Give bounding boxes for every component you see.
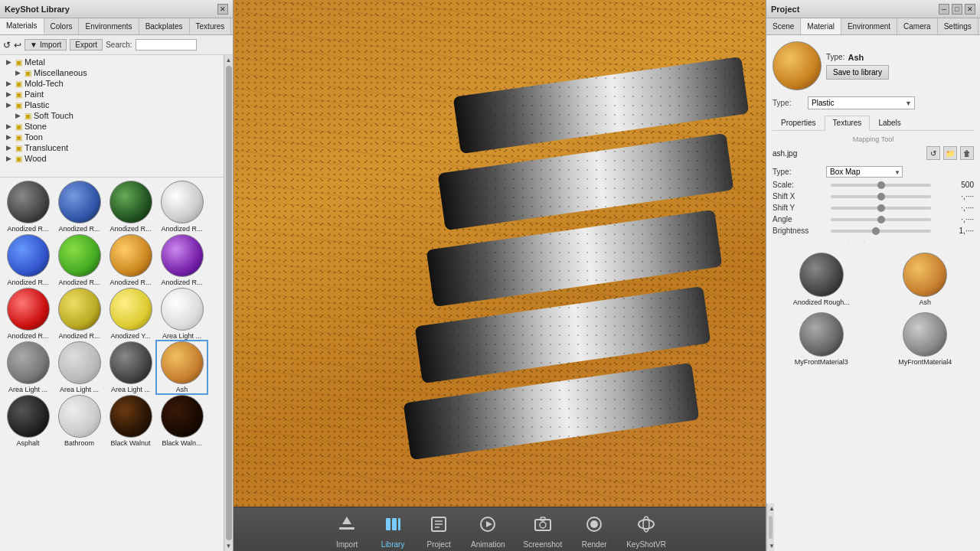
list-item[interactable]: Anodized R... [54, 234, 104, 286]
sub-tab-textures[interactable]: Textures [825, 116, 871, 131]
project-maximize-button[interactable]: □ [952, 4, 962, 15]
list-item[interactable]: Area Light ... [3, 341, 53, 393]
tree-item-paint[interactable]: ▶ ▣ Paint [0, 89, 224, 99]
project-scrollbar[interactable]: ▲ ▼ [766, 504, 774, 551]
list-item[interactable]: Anodized R... [3, 288, 53, 340]
tree-item-translucent[interactable]: ▶ ▣ Translucent [0, 142, 224, 153]
list-item[interactable]: Area Light ... [54, 341, 104, 393]
list-item[interactable]: Bathroom [54, 395, 104, 447]
material-row-5: Asphalt Bathroom Black Walnut [3, 395, 220, 447]
proj-mat-item[interactable]: MyFrontMaterial4 [877, 312, 975, 366]
texture-folder-button[interactable]: 📁 [943, 146, 957, 160]
brightness-slider[interactable] [831, 230, 931, 233]
save-to-library-button[interactable]: Save to library [826, 65, 889, 80]
shift-y-slider[interactable] [831, 207, 931, 210]
screenshot-toolbar-button[interactable]: Screenshot [524, 510, 563, 549]
expand-icon: ▶ [6, 80, 15, 87]
shift-y-slider-thumb[interactable] [877, 204, 885, 212]
tab-environment[interactable]: Environment [841, 18, 897, 34]
import-toolbar-button[interactable]: Import [333, 510, 361, 549]
render-toolbar-button[interactable]: Render [580, 510, 608, 549]
scroll-up-arrow[interactable]: ▲ [226, 57, 232, 64]
project-scroll-thumb[interactable] [769, 516, 773, 539]
import-button[interactable]: ▼ Import [24, 39, 67, 51]
list-item[interactable]: Anodized R... [106, 234, 155, 286]
scale-slider-thumb[interactable] [877, 181, 885, 189]
list-item[interactable]: Anodized R... [3, 181, 53, 233]
list-item[interactable]: Anodized R... [157, 234, 207, 286]
brightness-slider-thumb[interactable] [872, 227, 880, 235]
texture-refresh-button[interactable]: ↺ [926, 146, 940, 160]
project-close-button[interactable]: ✕ [965, 4, 975, 15]
tree-item-metal[interactable]: ▶ ▣ Metal [0, 57, 224, 67]
tree-item-misc[interactable]: ▶ ▣ Miscellaneous [0, 67, 224, 78]
list-item[interactable]: Anodized R... [157, 181, 207, 233]
tab-colors[interactable]: Colors [44, 18, 80, 34]
scroll-down-arrow[interactable]: ▼ [226, 543, 232, 549]
project-content: Type: Ash Save to library Type: Plastic … [766, 35, 980, 504]
scale-label: Scale: [773, 181, 826, 189]
list-item[interactable]: Anodized R... [3, 234, 53, 286]
folder-icon: ▣ [15, 101, 22, 109]
list-item[interactable]: Anodized R... [54, 288, 104, 340]
library-scrollbar[interactable]: ▲ ▼ [224, 55, 233, 551]
type-select[interactable]: Plastic [808, 96, 915, 109]
tab-settings[interactable]: Settings [938, 18, 978, 34]
tree-item-toon[interactable]: ▶ ▣ Toon [0, 132, 224, 142]
library-toolbar-button[interactable]: Library [379, 510, 407, 549]
tab-camera[interactable]: Camera [897, 18, 938, 34]
sub-tab-labels[interactable]: Labels [870, 116, 909, 130]
project-icon [425, 510, 452, 538]
project-minimize-button[interactable]: ─ [939, 4, 949, 15]
search-input[interactable] [136, 39, 197, 51]
texture-type-select[interactable]: Box Map [826, 166, 903, 178]
texture-type-row: Type: Box Map ▼ [773, 166, 974, 178]
tab-scene[interactable]: Scene [766, 18, 801, 34]
tree-item-wood[interactable]: ▶ ▣ Wood [0, 153, 224, 164]
tree-item-softtouch[interactable]: ▶ ▣ Soft Touch [0, 110, 224, 121]
proj-mat-item[interactable]: MyFrontMaterial3 [773, 312, 871, 366]
svg-rect-0 [339, 527, 354, 530]
list-item[interactable]: Area Light ... [157, 288, 207, 340]
tab-materials[interactable]: Materials [0, 18, 44, 34]
sub-tab-properties[interactable]: Properties [773, 116, 825, 130]
tree-item-plastic[interactable]: ▶ ▣ Plastic [0, 99, 224, 110]
animation-toolbar-button[interactable]: Animation [471, 510, 505, 549]
library-toolbar: ↺ ↩ ▼ Import Export Search: [0, 35, 233, 55]
shift-x-slider[interactable] [831, 195, 931, 198]
expand-icon: ▶ [6, 122, 15, 130]
project-scroll-up[interactable]: ▲ [767, 504, 774, 514]
list-item[interactable]: Ash [157, 341, 207, 393]
tab-textures[interactable]: Textures [190, 18, 232, 34]
scale-value: 500 [936, 181, 974, 189]
canvas-area: Import Library [234, 0, 766, 551]
project-scroll-down[interactable]: ▼ [767, 541, 774, 551]
shift-x-slider-thumb[interactable] [877, 193, 885, 201]
tab-material[interactable]: Material [801, 18, 841, 34]
export-button[interactable]: Export [70, 39, 103, 51]
tree-item-stone[interactable]: ▶ ▣ Stone [0, 121, 224, 132]
keyshotvr-toolbar-button[interactable]: KeyShotVR [626, 510, 666, 549]
tree-item-moldtech[interactable]: ▶ ▣ Mold-Tech [0, 78, 224, 89]
tab-environments[interactable]: Environments [79, 18, 139, 34]
angle-slider-thumb[interactable] [877, 216, 885, 223]
svg-marker-10 [486, 521, 492, 527]
library-titlebar: KeyShot Library ✕ [0, 0, 233, 18]
proj-mat-item[interactable]: Anodized Rough... [773, 253, 871, 306]
texture-filename: ash.jpg [773, 149, 923, 158]
scroll-thumb[interactable] [226, 66, 232, 540]
list-item[interactable]: Anodized R... [106, 181, 155, 233]
tab-backplates[interactable]: Backplates [139, 18, 190, 34]
proj-mat-item[interactable]: Ash [877, 253, 975, 306]
angle-slider[interactable] [831, 218, 931, 221]
list-item[interactable]: Asphalt [3, 395, 53, 447]
texture-delete-button[interactable]: 🗑 [960, 146, 974, 160]
project-toolbar-button[interactable]: Project [425, 510, 452, 549]
scale-slider[interactable] [831, 184, 931, 187]
list-item[interactable]: Black Walnut [106, 395, 155, 447]
list-item[interactable]: Anodized R... [54, 181, 104, 233]
list-item[interactable]: Black Waln... [157, 395, 207, 447]
list-item[interactable]: Anodized Y... [106, 288, 155, 340]
list-item[interactable]: Area Light ... [106, 341, 155, 393]
library-close-button[interactable]: ✕ [217, 4, 228, 15]
